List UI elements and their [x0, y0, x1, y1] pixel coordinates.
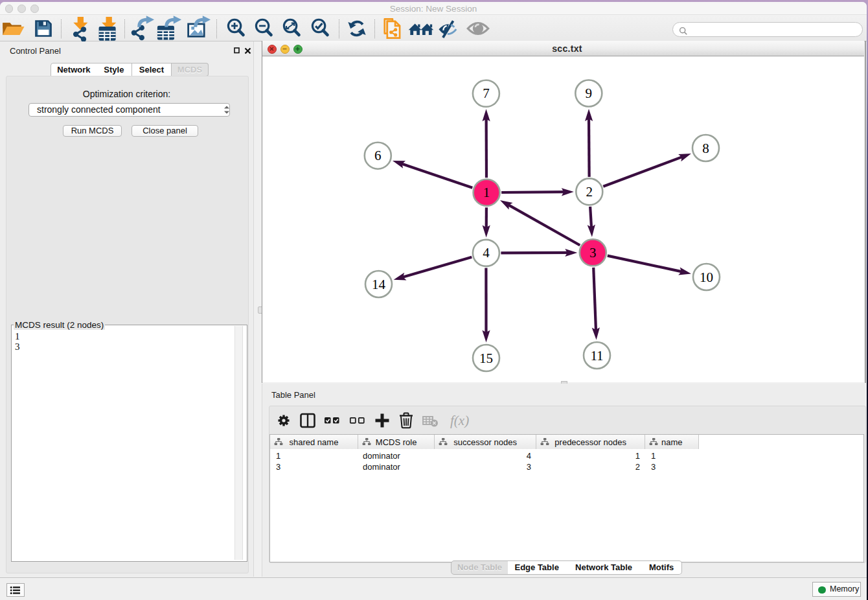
svg-text:f(x): f(x)	[450, 413, 469, 428]
svg-text:6: 6	[374, 148, 382, 163]
svg-text:11: 11	[590, 348, 603, 363]
svg-text:7: 7	[483, 86, 490, 101]
svg-text:14: 14	[372, 277, 386, 292]
svg-text:1: 1	[483, 185, 490, 200]
svg-text:9: 9	[586, 86, 593, 101]
svg-text:10: 10	[700, 270, 713, 285]
svg-text:2: 2	[586, 184, 593, 200]
svg-text:8: 8	[702, 141, 709, 156]
svg-text:15: 15	[479, 351, 493, 366]
svg-text:4: 4	[483, 245, 490, 260]
svg-text:3: 3	[589, 245, 597, 260]
